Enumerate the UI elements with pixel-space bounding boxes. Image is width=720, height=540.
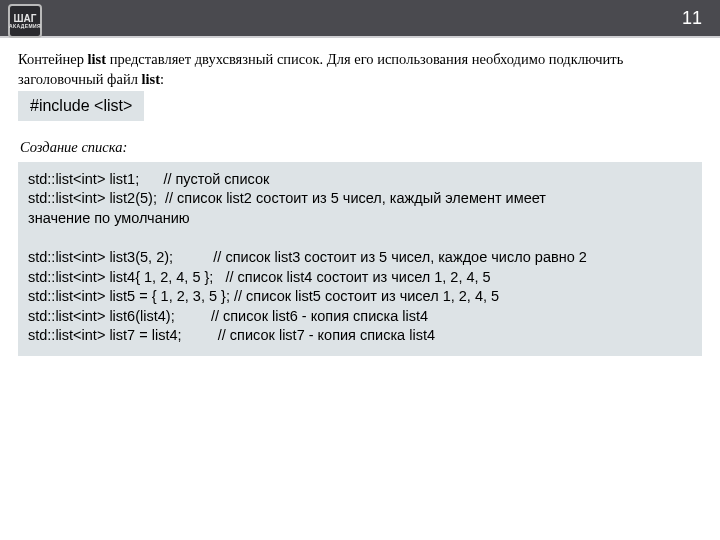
intro-mid: представляет двухсвязный список. Для его… [18, 51, 623, 87]
code-line: std::list<int> list3(5, 2); // список li… [28, 249, 587, 265]
intro-post: : [160, 71, 164, 87]
header-bar: ШАГ АКАДЕМИЯ 11 [0, 0, 720, 36]
intro-row: Контейнер list представляет двухсвязный … [18, 50, 702, 121]
code-line: std::list<int> list1; // пустой список [28, 171, 269, 187]
logo-text: ШАГ АКАДЕМИЯ [9, 14, 41, 29]
page-number: 11 [682, 8, 702, 29]
code-line: std::list<int> list2(5); // список list2… [28, 190, 546, 206]
code-line: std::list<int> list4{ 1, 2, 4, 5 }; // с… [28, 269, 491, 285]
code-line: std::list<int> list7 = list4; // список … [28, 327, 435, 343]
subheading-create-list: Создание списка: [20, 139, 702, 156]
code-line: std::list<int> list6(list4); // список l… [28, 308, 428, 324]
intro-paragraph: Контейнер list представляет двухсвязный … [18, 50, 702, 121]
intro-pre: Контейнер [18, 51, 88, 67]
code-block: std::list<int> list1; // пустой список s… [18, 162, 702, 356]
logo: ШАГ АКАДЕМИЯ [8, 4, 42, 38]
code-line: std::list<int> list5 = { 1, 2, 3, 5 }; /… [28, 288, 499, 304]
intro-kw-list-2: list [142, 71, 161, 87]
intro-text: Контейнер list представляет двухсвязный … [18, 50, 702, 89]
content-area: Контейнер list представляет двухсвязный … [0, 38, 720, 356]
intro-kw-list-1: list [88, 51, 107, 67]
code-line: значение по умолчанию [28, 210, 190, 226]
logo-subtext: АКАДЕМИЯ [9, 24, 41, 29]
include-code-box: #include <list> [18, 91, 144, 121]
logo-main: ШАГ [9, 14, 41, 24]
